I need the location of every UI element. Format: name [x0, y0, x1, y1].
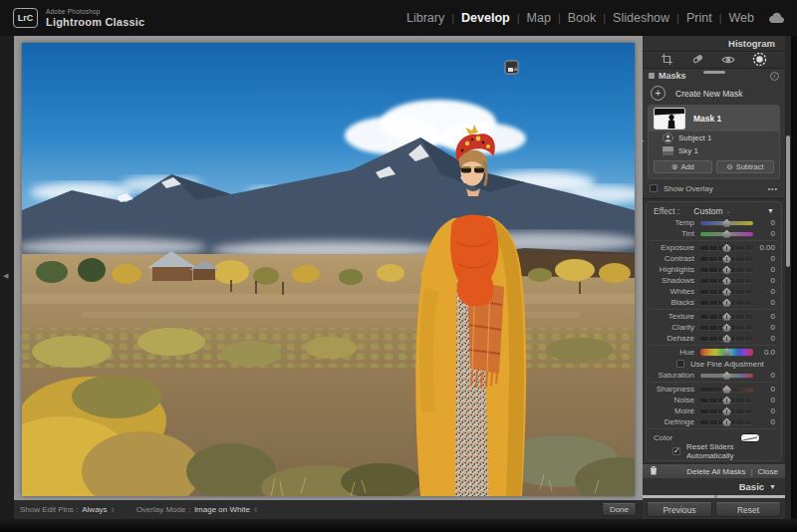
overlay-options-icon[interactable]: •••: [768, 185, 778, 192]
slider-track[interactable]: [700, 221, 753, 225]
basic-panel-header[interactable]: Basic ▼: [643, 478, 785, 494]
module-book[interactable]: Book: [568, 11, 597, 25]
slider-knob[interactable]: [722, 255, 731, 263]
subtract-mask-button[interactable]: ⊖ Subtract: [716, 160, 775, 173]
slider-track[interactable]: [700, 399, 753, 402]
cloud-sync-icon[interactable]: [768, 12, 785, 24]
slider-track[interactable]: [700, 246, 753, 250]
healing-brush-icon[interactable]: [690, 53, 704, 66]
slider-knob[interactable]: [722, 244, 731, 252]
slider-track[interactable]: [700, 268, 753, 272]
scrollbar-thumb[interactable]: [786, 135, 790, 267]
reset-sliders-checkbox[interactable]: [672, 447, 680, 455]
slider-knob[interactable]: [722, 335, 731, 343]
slider-knob[interactable]: [722, 288, 731, 296]
slider-dehaze[interactable]: Dehaze0: [647, 333, 781, 344]
photo-preview[interactable]: [22, 43, 635, 496]
slider-track[interactable]: [700, 232, 753, 236]
close-masks-button[interactable]: Close: [758, 467, 778, 476]
slider-track[interactable]: [700, 301, 753, 305]
previous-button[interactable]: Previous: [647, 502, 712, 517]
left-panel-collapsed[interactable]: ◀: [0, 36, 14, 519]
slider-knob[interactable]: [722, 386, 731, 394]
color-swatch[interactable]: [740, 433, 760, 442]
masks-header[interactable]: Masks i: [643, 69, 785, 83]
plus-icon[interactable]: +: [651, 86, 665, 101]
show-edit-pins-control[interactable]: Show Edit Pins : Always ⇕: [20, 505, 119, 514]
mask-item[interactable]: Mask 1: [649, 106, 779, 132]
expand-arrow-icon[interactable]: ▼: [769, 483, 776, 490]
slider-whites[interactable]: Whites0: [647, 286, 781, 297]
slider-track[interactable]: [700, 257, 753, 261]
slider-contrast[interactable]: Contrast0: [647, 253, 781, 264]
slider-track[interactable]: [700, 420, 753, 424]
slider-shadows[interactable]: Shadows0: [647, 275, 781, 286]
mask-component-subject-1[interactable]: Subject 1: [649, 132, 779, 144]
slider-hue[interactable]: Hue0.0: [647, 347, 781, 358]
masking-icon[interactable]: [752, 52, 767, 67]
slider-exposure[interactable]: Exposure0.00: [647, 242, 781, 253]
slider-texture[interactable]: Texture0: [647, 311, 781, 322]
overlay-mode-value[interactable]: Image on White: [194, 505, 250, 514]
slider-knob[interactable]: [722, 230, 731, 238]
slider-knob[interactable]: [722, 266, 731, 274]
mask-component-sky-1[interactable]: Sky 1: [649, 144, 779, 157]
slider-knob[interactable]: [722, 397, 731, 404]
slider-track[interactable]: [700, 279, 753, 283]
use-fine-adjustment-checkbox[interactable]: [676, 360, 684, 368]
filmstrip-collapsed[interactable]: [0, 519, 797, 532]
effect-preset-select[interactable]: Custom: [693, 206, 722, 216]
module-library[interactable]: Library: [406, 11, 444, 25]
module-map[interactable]: Map: [527, 11, 551, 25]
panel-drag-handle[interactable]: [703, 71, 725, 74]
add-mask-button[interactable]: ⊕ Add: [654, 160, 712, 173]
panel-collapse-icon[interactable]: ▼: [767, 207, 774, 214]
slider-track[interactable]: [700, 409, 753, 413]
crop-overlay-icon[interactable]: [661, 53, 673, 66]
show-overlay-checkbox[interactable]: [650, 184, 658, 192]
slider-sharpness[interactable]: Sharpness0: [647, 384, 781, 395]
slider-track[interactable]: [700, 374, 753, 378]
slider-track[interactable]: [700, 290, 753, 294]
slider-clarity[interactable]: Clarity0: [647, 322, 781, 333]
module-web[interactable]: Web: [729, 11, 754, 25]
slider-knob[interactable]: [722, 219, 731, 227]
module-develop[interactable]: Develop: [461, 11, 510, 25]
slider-knob[interactable]: [722, 299, 731, 307]
slider-knob[interactable]: [722, 313, 731, 321]
slider-knob[interactable]: [722, 324, 731, 332]
slider-knob[interactable]: [722, 348, 731, 356]
done-button[interactable]: Done: [602, 503, 637, 516]
slider-tint[interactable]: Tint0: [647, 228, 781, 239]
module-print[interactable]: Print: [686, 11, 712, 25]
slider-knob[interactable]: [722, 372, 731, 380]
left-panel-expand-icon[interactable]: ◀: [3, 272, 8, 280]
red-eye-icon[interactable]: [721, 54, 735, 66]
slider-noise[interactable]: Noise0: [647, 395, 781, 405]
overlay-mode-control[interactable]: Overlay Mode : Image on White ⇕: [136, 505, 261, 514]
slider-highlights[interactable]: Highlights0: [647, 264, 781, 275]
slider-saturation[interactable]: Saturation0: [647, 370, 781, 381]
slider-track[interactable]: [700, 337, 753, 341]
slider-track[interactable]: [700, 349, 753, 356]
slider-knob[interactable]: [722, 418, 731, 426]
reset-button[interactable]: Reset: [715, 502, 781, 517]
show-edit-pins-value[interactable]: Always: [82, 505, 107, 514]
mask-thumbnail[interactable]: [654, 108, 685, 130]
delete-all-masks-button[interactable]: Delete All Masks: [686, 467, 745, 476]
slider-temp[interactable]: Temp0: [647, 217, 781, 228]
create-new-mask[interactable]: + Create New Mask: [643, 83, 785, 104]
histogram-header[interactable]: Histogram ◀: [643, 36, 785, 52]
trash-icon[interactable]: [650, 465, 658, 477]
slider-blacks[interactable]: Blacks0: [647, 297, 781, 308]
panel-end-divider[interactable]: [643, 495, 785, 498]
info-icon[interactable]: i: [770, 72, 779, 81]
slider-knob[interactable]: [722, 407, 731, 415]
slider-track[interactable]: [700, 326, 753, 330]
slider-knob[interactable]: [722, 277, 731, 285]
slider-track[interactable]: [700, 315, 753, 319]
slider-moir-[interactable]: Moiré0: [647, 405, 781, 416]
module-slideshow[interactable]: Slideshow: [613, 11, 669, 25]
slider-track[interactable]: [700, 388, 753, 392]
slider-defringe[interactable]: Defringe0: [647, 416, 781, 427]
